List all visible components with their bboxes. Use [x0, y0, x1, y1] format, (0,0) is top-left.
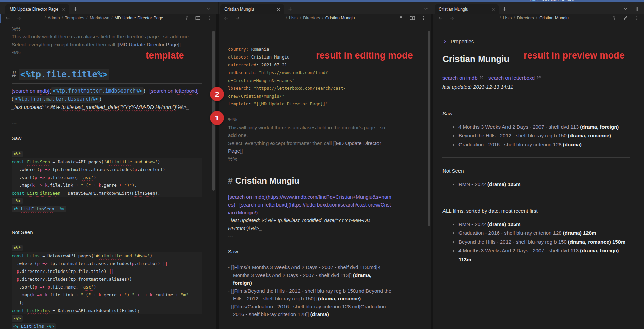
- scrollbar-middle-pane[interactable]: [428, 31, 430, 226]
- text-segment: last updated:: [14, 104, 45, 110]
- more-options-icon[interactable]: [421, 16, 426, 21]
- back-arrow-icon[interactable]: [223, 15, 229, 21]
- back-arrow-icon[interactable]: [438, 15, 444, 21]
- text-segment: .genre: [101, 183, 119, 188]
- breadcrumb-item[interactable]: Directors: [517, 16, 534, 20]
- right-sidebar-toggle-icon[interactable]: [632, 6, 638, 12]
- back-arrow-icon[interactable]: [5, 15, 11, 21]
- text-segment: [[: [231, 264, 234, 270]
- external-link-icon: [536, 74, 541, 83]
- text-segment: +: [273, 217, 278, 223]
- text-segment: and #saw': [132, 159, 158, 164]
- link[interactable]: 4 Months 3 Weeks And 2 Days - 2007 - she…: [458, 248, 579, 253]
- more-options-icon[interactable]: [207, 16, 212, 21]
- editor-line: This will only work if there is an alias…: [12, 33, 202, 40]
- breadcrumb-separator: /: [498, 16, 503, 20]
- link[interactable]: Graduation - 2016 - shelf blu-ray criter…: [458, 230, 562, 236]
- text-segment: .runtime: [152, 292, 176, 297]
- breadcrumb-item[interactable]: Admin: [48, 16, 60, 20]
- text-segment: %%: [228, 156, 237, 162]
- editor-line: -%>: [12, 314, 202, 322]
- horizontal-rule: [442, 100, 630, 100]
- breadcrumb-item[interactable]: MD Update Director Page: [114, 16, 163, 20]
- breadcrumb-item[interactable]: Lists: [289, 16, 298, 20]
- text-segment: [[: [231, 288, 234, 294]
- link[interactable]: Films/Beyond the Hills - 2012 - shelf bl…: [233, 288, 393, 301]
- pin-icon[interactable]: [398, 15, 404, 21]
- link[interactable]: [search on: [149, 88, 175, 94]
- breadcrumb-item[interactable]: Markdown: [90, 16, 109, 20]
- link[interactable]: Beyond the Hills - 2012 - shelf blu-ray …: [458, 239, 567, 245]
- breadcrumb-item[interactable]: Cristian Mungiu: [325, 16, 355, 20]
- tab-cristian-mungiu-editing[interactable]: Cristian Mungiu: [220, 4, 284, 14]
- link[interactable]: Beyond the Hills - 2012 - shelf blu-ray …: [458, 133, 567, 138]
- text-segment: '#: [94, 253, 99, 258]
- text-segment: .where (: [12, 261, 37, 266]
- text-segment: and !#saw': [122, 253, 150, 258]
- forward-arrow-icon[interactable]: [235, 15, 240, 21]
- new-tab-icon[interactable]: [288, 6, 293, 12]
- text-segment: = DataviewAPI.pages(: [50, 159, 104, 164]
- tab-md-update-director-page[interactable]: MD Update Director Page: [5, 4, 69, 14]
- scrollbar-left-pane[interactable]: [212, 31, 215, 191]
- text-segment: <%*: [12, 245, 23, 251]
- obsidian-window: Film - Obsidian v1.4.16 MD Update Direct…: [0, 0, 644, 329]
- editor-source-view[interactable]: %%This will only work if there is an ali…: [0, 22, 216, 329]
- text-segment: last updated: 2023-12-13 14:11: [442, 84, 513, 90]
- text-segment: %: [268, 217, 272, 223]
- chevron-down-icon[interactable]: [423, 6, 429, 11]
- editor-line: datecreated: 2021-07-21: [228, 61, 391, 69]
- new-tab-icon[interactable]: [73, 6, 78, 12]
- editor-live-preview[interactable]: ---country: Romaniaaliases: Cristian Mun…: [219, 22, 391, 329]
- breadcrumb-item[interactable]: Lists: [503, 16, 512, 20]
- text-segment: [147, 292, 150, 297]
- link[interactable]: ]: [197, 88, 198, 94]
- more-options-icon[interactable]: [634, 16, 639, 21]
- list-item: Graduation - 2016 - shelf blu-ray criter…: [442, 229, 630, 237]
- text-segment: ]]: [240, 148, 243, 154]
- text-segment: const: [12, 308, 27, 313]
- editor-line: Not Seen: [12, 228, 202, 236]
- new-tab-icon[interactable]: [502, 6, 507, 12]
- forward-arrow-icon[interactable]: [449, 15, 455, 21]
- text-segment: ---: [228, 233, 233, 239]
- horizontal-rule: [442, 157, 630, 158]
- link[interactable]: imdb: [37, 88, 48, 94]
- link[interactable]: search on letterboxd: [488, 75, 535, 81]
- link[interactable]: letterboxd: [175, 88, 197, 94]
- pin-icon[interactable]: [184, 15, 189, 21]
- link[interactable]: RMN - 2022: [458, 181, 486, 187]
- text-segment: ---: [228, 109, 236, 114]
- breadcrumb-item[interactable]: Directors: [303, 16, 320, 20]
- link[interactable]: [search on letterboxd](https://letterbox…: [228, 202, 391, 215]
- reading-mode-icon[interactable]: [195, 15, 201, 21]
- chevron-down-icon[interactable]: [623, 6, 628, 11]
- link[interactable]: MD Update Director Page: [119, 42, 178, 47]
- link[interactable]: RMN - 2022: [458, 221, 486, 227]
- text-segment: .director): [134, 261, 163, 266]
- chevron-down-icon[interactable]: [206, 6, 211, 11]
- editor-line: - [[Films/Beyond the Hills - 2012 - shel…: [228, 287, 391, 302]
- link[interactable]: [search on: [12, 88, 37, 94]
- breadcrumb-item[interactable]: Templates: [65, 16, 84, 20]
- link[interactable]: search on imdb: [442, 75, 478, 81]
- text-segment: k: [32, 183, 35, 188]
- reading-mode-icon[interactable]: [409, 15, 415, 21]
- editor-line: _last updated: \<\%\+ tp.file.last_modif…: [228, 216, 391, 232]
- edit-mode-icon[interactable]: [623, 15, 628, 21]
- forward-arrow-icon[interactable]: [16, 15, 22, 21]
- tab-cristian-mungiu-preview[interactable]: Cristian Mungiu: [435, 4, 499, 14]
- pin-icon[interactable]: [612, 15, 617, 21]
- close-icon[interactable]: [62, 7, 66, 12]
- blank-line: [12, 142, 202, 150]
- close-icon[interactable]: [276, 7, 281, 12]
- text-segment: [484, 75, 489, 81]
- text-segment: :: [246, 47, 251, 52]
- text-segment: (drama, romance): [568, 239, 611, 245]
- close-icon[interactable]: [491, 7, 495, 12]
- properties-section[interactable]: Properties: [442, 38, 630, 44]
- link[interactable]: Graduation - 2016 - shelf blu-ray criter…: [458, 142, 562, 147]
- editor-line: const FilmsSeen = DataviewAPI.pages('#fi…: [12, 158, 202, 166]
- breadcrumb-item[interactable]: Cristian Mungiu: [539, 16, 569, 20]
- link[interactable]: 4 Months 3 Weeks And 2 Days - 2007 - she…: [458, 124, 579, 130]
